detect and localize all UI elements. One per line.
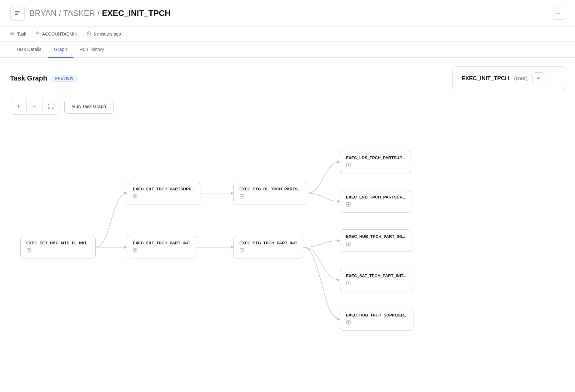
svg-rect-1	[15, 13, 19, 14]
graph-title: Task Graph	[10, 74, 47, 82]
owner-icon	[35, 31, 40, 37]
header-left: BRYAN / TASKER / EXEC_INIT_TPCH	[10, 6, 171, 21]
breadcrumb-sep1: /	[57, 8, 63, 18]
zoom-in-button[interactable]: +	[10, 98, 27, 114]
task-icon	[10, 31, 15, 37]
task-node-label-n3: EXEC_EXT_TPCH_PART_INIT	[133, 241, 190, 245]
task-node-icon-n4	[239, 194, 301, 200]
task-node-n9[interactable]: EXEC_SAT_TPCH_PART_INIT...	[340, 269, 412, 291]
breadcrumb-sep2: /	[95, 8, 102, 18]
meta-time: 6 minutes ago	[86, 31, 121, 37]
svg-marker-11	[338, 239, 340, 242]
task-node-n1[interactable]: EXEC_SET_FMC_MTD_FL_INIT...	[20, 236, 96, 258]
task-node-icon-n10	[346, 320, 408, 326]
run-task-graph-button[interactable]: Run Task Graph	[64, 99, 114, 114]
svg-rect-2	[15, 14, 18, 15]
more-icon: ···	[556, 10, 561, 17]
tab-run-history[interactable]: Run History	[73, 42, 110, 58]
task-node-icon-n7	[346, 202, 405, 208]
clock-icon	[86, 31, 91, 37]
task-node-label-n6: EXEC_LDS_TPCH_PARTSUP...	[346, 155, 405, 160]
preview-badge: PREVIEW	[52, 75, 77, 82]
task-node-icon-n1	[26, 248, 90, 254]
graph-header: Task Graph PREVIEW EXEC_INIT_TPCH (root)	[10, 66, 565, 90]
tab-graph[interactable]: Graph	[48, 42, 73, 58]
task-node-icon-n3	[133, 248, 190, 254]
task-node-label-n1: EXEC_SET_FMC_MTD_FL_INIT...	[26, 241, 90, 245]
task-node-icon-n5	[239, 248, 297, 254]
svg-rect-0	[15, 11, 20, 12]
svg-marker-6	[124, 246, 127, 249]
task-node-n5[interactable]: EXEC_STG_TPCH_PART_INIT	[233, 236, 303, 258]
breadcrumb-user[interactable]: BRYAN	[29, 8, 57, 18]
root-selector-suffix: (root)	[514, 75, 528, 82]
app-icon	[10, 6, 25, 21]
svg-marker-9	[338, 160, 340, 164]
svg-marker-13	[338, 318, 340, 321]
task-node-label-n2: EXEC_EXT_TPCH_PARTSUPP...	[133, 187, 194, 191]
svg-marker-7	[231, 192, 233, 195]
task-node-n6[interactable]: EXEC_LDS_TPCH_PARTSUP...	[340, 151, 411, 173]
task-node-icon-n2	[133, 194, 194, 200]
breadcrumb-app[interactable]: TASKER	[63, 8, 95, 18]
task-node-icon-n6	[346, 163, 405, 169]
meta-type: Task	[10, 31, 26, 37]
svg-point-3	[37, 32, 38, 34]
svg-marker-8	[231, 246, 233, 249]
meta-owner-label: ACCOUNTADMIN	[42, 32, 78, 37]
meta-time-label: 6 minutes ago	[93, 32, 121, 37]
graph-title-area: Task Graph PREVIEW	[10, 74, 77, 82]
page-header: BRYAN / TASKER / EXEC_INIT_TPCH ···	[0, 0, 575, 27]
meta-owner: ACCOUNTADMIN	[35, 31, 78, 37]
meta-type-label: Task	[17, 32, 26, 37]
task-node-label-n8: EXEC_HUB_TPCH_PART_INI...	[346, 234, 405, 239]
root-dropdown-button[interactable]	[532, 72, 544, 84]
task-node-icon-n8	[346, 241, 405, 247]
svg-marker-5	[124, 192, 127, 195]
svg-marker-12	[338, 278, 340, 282]
connector-svg	[10, 125, 565, 343]
task-node-icon-n9	[346, 281, 406, 287]
more-options-button[interactable]: ···	[552, 7, 565, 20]
task-node-n7[interactable]: EXEC_LND_TPCH_PARTSUP...	[340, 190, 411, 213]
task-node-label-n10: EXEC_HUB_TPCH_SUPPLIER...	[346, 313, 408, 317]
tabs: Task Details Graph Run History	[0, 42, 575, 58]
graph-canvas: EXEC_SET_FMC_MTD_FL_INIT...EXEC_EXT_TPCH…	[10, 125, 565, 343]
task-node-label-n9: EXEC_SAT_TPCH_PART_INIT...	[346, 273, 406, 278]
task-node-label-n4: EXEC_STG_DL_TPCH_PARTS...	[239, 187, 301, 191]
task-node-label-n7: EXEC_LND_TPCH_PARTSUP...	[346, 195, 405, 199]
task-node-label-n5: EXEC_STG_TPCH_PART_INIT	[239, 241, 297, 245]
zoom-fullscreen-button[interactable]	[43, 98, 59, 114]
svg-marker-10	[338, 200, 340, 203]
zoom-out-button[interactable]: −	[27, 98, 43, 114]
zoom-controls: + −	[10, 98, 59, 115]
meta-bar: Task ACCOUNTADMIN 6 minutes ago	[0, 27, 575, 42]
task-node-n8[interactable]: EXEC_HUB_TPCH_PART_INI...	[340, 229, 411, 252]
controls-row: + − Run Task Graph	[10, 98, 565, 115]
breadcrumb-task[interactable]: EXEC_INIT_TPCH	[102, 8, 171, 18]
task-node-n2[interactable]: EXEC_EXT_TPCH_PARTSUPP...	[127, 182, 200, 204]
task-node-n10[interactable]: EXEC_HUB_TPCH_SUPPLIER...	[340, 308, 413, 331]
tab-task-details[interactable]: Task Details	[10, 42, 48, 58]
root-selector-name: EXEC_INIT_TPCH	[462, 75, 509, 82]
main-content: Task Graph PREVIEW EXEC_INIT_TPCH (root)…	[0, 58, 575, 352]
root-selector[interactable]: EXEC_INIT_TPCH (root)	[452, 66, 565, 90]
task-node-n3[interactable]: EXEC_EXT_TPCH_PART_INIT	[127, 236, 196, 258]
task-node-n4[interactable]: EXEC_STG_DL_TPCH_PARTS...	[233, 182, 307, 204]
breadcrumb: BRYAN / TASKER / EXEC_INIT_TPCH	[29, 8, 171, 18]
